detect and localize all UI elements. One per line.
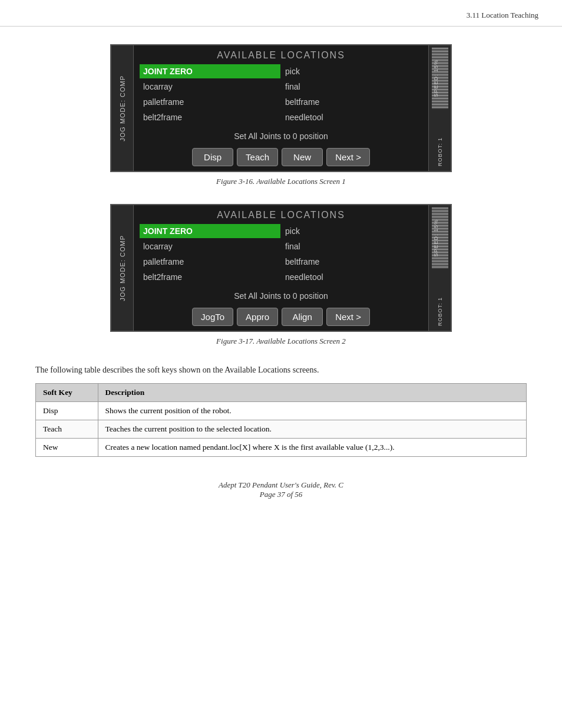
fig1-right-panel: SPEED: 15% ROBOT: 1 xyxy=(428,45,451,171)
fig2-right-panel: SPEED: 15% ROBOT: 1 xyxy=(428,205,451,331)
table-header-description: Description xyxy=(98,384,526,402)
fig1-screen-main: AVAILABLE LOCATIONS JOINT ZERO pick loca… xyxy=(134,45,428,171)
softkey-table: Soft Key Description Disp Shows the curr… xyxy=(35,383,527,457)
row3-desc: Creates a new location named pendant.loc… xyxy=(98,439,526,457)
figure1-screen: JOG MODE: COMP AVAILABLE LOCATIONS JOINT… xyxy=(110,44,452,172)
list-item[interactable]: palletframe xyxy=(140,255,280,269)
row3-key: New xyxy=(36,439,98,457)
fig2-left-label: JOG MODE: COMP xyxy=(111,205,134,331)
fig2-softkeys: JogTo Appro Align Next > xyxy=(134,304,428,331)
list-item[interactable]: pick xyxy=(282,64,422,78)
fig1-caption: Figure 3-16. Available Locations Screen … xyxy=(35,177,527,186)
table-row: Teach Teaches the current position to th… xyxy=(36,420,527,439)
fig2-robot-label: ROBOT: 1 xyxy=(436,295,444,328)
fig2-title: AVAILABLE LOCATIONS xyxy=(134,205,428,223)
table-intro: The following table describes the soft k… xyxy=(35,364,527,376)
figure2-wrapper: JOG MODE: COMP AVAILABLE LOCATIONS JOINT… xyxy=(35,204,527,332)
list-item[interactable]: JOINT ZERO xyxy=(140,224,280,238)
new-button[interactable]: New xyxy=(282,148,323,166)
page-content: JOG MODE: COMP AVAILABLE LOCATIONS JOINT… xyxy=(0,44,562,457)
list-item[interactable]: beltframe xyxy=(282,95,422,109)
row1-key: Disp xyxy=(36,402,98,420)
appro-button[interactable]: Appro xyxy=(237,308,278,326)
fig1-jog-mode-label: JOG MODE: COMP xyxy=(119,75,126,141)
fig2-set-all-joints: Set All Joints to 0 position xyxy=(134,285,428,304)
teach-button[interactable]: Teach xyxy=(237,148,278,166)
row2-desc: Teaches the current position to the sele… xyxy=(98,420,526,439)
list-item[interactable]: belt2frame xyxy=(140,270,280,284)
fig2-screen-main: AVAILABLE LOCATIONS JOINT ZERO pick loca… xyxy=(134,205,428,331)
fig1-locations-grid: JOINT ZERO pick locarray final palletfra… xyxy=(134,63,428,126)
next2-button[interactable]: Next > xyxy=(326,308,370,326)
row2-key: Teach xyxy=(36,420,98,439)
fig2-locations-grid: JOINT ZERO pick locarray final palletfra… xyxy=(134,223,428,285)
section-title: 3.11 Location Teaching xyxy=(467,11,538,19)
page-footer: Adept T20 Pendant User's Guide, Rev. C P… xyxy=(0,480,562,517)
list-item[interactable]: belt2frame xyxy=(140,110,280,124)
align-button[interactable]: Align xyxy=(282,308,323,326)
table-header-softkey: Soft Key xyxy=(36,384,98,402)
footer-line1: Adept T20 Pendant User's Guide, Rev. C xyxy=(0,480,562,490)
fig2-jog-mode-label: JOG MODE: COMP xyxy=(119,235,126,301)
fig1-set-all-joints: Set All Joints to 0 position xyxy=(134,126,428,144)
disp-button[interactable]: Disp xyxy=(192,148,233,166)
fig2-caption: Figure 3-17. Available Locations Screen … xyxy=(35,337,527,346)
footer-line2: Page 37 of 56 xyxy=(0,490,562,499)
fig1-softkeys: Disp Teach New Next > xyxy=(134,144,428,171)
table-row: Disp Shows the current position of the r… xyxy=(36,402,527,420)
row1-desc: Shows the current position of the robot. xyxy=(98,402,526,420)
list-item[interactable]: final xyxy=(282,80,422,94)
list-item[interactable]: locarray xyxy=(140,80,280,94)
list-item[interactable]: palletframe xyxy=(140,95,280,109)
table-row: New Creates a new location named pendant… xyxy=(36,439,527,457)
list-item[interactable]: locarray xyxy=(140,239,280,253)
figure1-wrapper: JOG MODE: COMP AVAILABLE LOCATIONS JOINT… xyxy=(35,44,527,172)
page-header: 3.11 Location Teaching xyxy=(0,0,562,27)
list-item[interactable]: beltframe xyxy=(282,255,422,269)
figure2-screen: JOG MODE: COMP AVAILABLE LOCATIONS JOINT… xyxy=(110,204,452,332)
fig1-speed-label: SPEED: 15% xyxy=(432,48,448,109)
fig1-robot-label: ROBOT: 1 xyxy=(436,135,444,169)
list-item[interactable]: final xyxy=(282,239,422,253)
list-item[interactable]: needletool xyxy=(282,270,422,284)
fig2-speed-label: SPEED: 15% xyxy=(432,207,448,269)
next-button[interactable]: Next > xyxy=(326,148,370,166)
list-item[interactable]: needletool xyxy=(282,110,422,124)
fig1-left-label: JOG MODE: COMP xyxy=(111,45,134,171)
list-item[interactable]: JOINT ZERO xyxy=(140,64,280,78)
list-item[interactable]: pick xyxy=(282,224,422,238)
jogto-button[interactable]: JogTo xyxy=(192,308,233,326)
fig1-title: AVAILABLE LOCATIONS xyxy=(134,45,428,63)
